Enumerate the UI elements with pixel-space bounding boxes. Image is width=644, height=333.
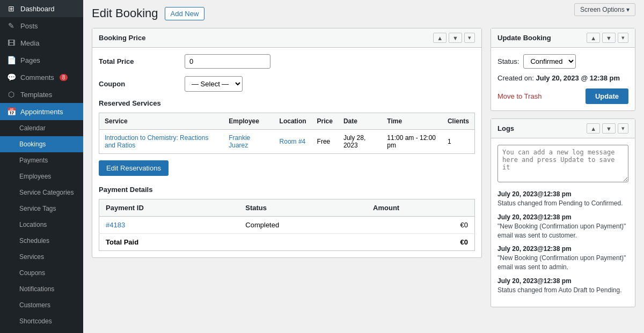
log-entry: July 20, 2023@12:38 pm"New Booking (Conf… <box>497 213 628 240</box>
sidebar-item-coupons[interactable]: Coupons <box>0 265 83 281</box>
sidebar-item-label: Locations <box>19 221 47 228</box>
update-booking-title: Update Booking <box>497 34 551 42</box>
update-booking-header: Update Booking ▲ ▼ ▾ <box>491 28 635 48</box>
status-select[interactable]: Confirmed Pending Canceled Rejected <box>523 54 576 69</box>
metabox-close-button[interactable]: ▾ <box>464 33 475 43</box>
sidebar-item-label: Services <box>19 253 44 261</box>
templates-icon: ⬡ <box>6 90 16 99</box>
sidebar-item-label: Service Tags <box>19 205 56 212</box>
sidebar-item-label: Comments <box>20 73 54 82</box>
logs-up-button[interactable]: ▲ <box>587 123 600 134</box>
comments-icon: 💬 <box>6 73 16 82</box>
sidebar-item-dashboard[interactable]: ⊞ Dashboard <box>0 0 83 17</box>
total-paid-amount: €0 <box>367 234 474 251</box>
total-price-input[interactable] <box>185 54 270 69</box>
sidebar-item-label: Payments <box>19 157 48 164</box>
coupon-label: Coupon <box>99 80 185 88</box>
log-message: Status changed from Auto Draft to Pendin… <box>497 286 621 294</box>
edit-reservations-button[interactable]: Edit Reservations <box>99 160 169 176</box>
sidebar-item-payments[interactable]: Payments <box>0 152 83 168</box>
content-area: Booking Price ▲ ▼ ▾ Total Price Coupon <box>92 28 635 307</box>
reserved-services-table: Service Employee Location Price Date Tim… <box>99 113 475 154</box>
metabox-down-button[interactable]: ▼ <box>449 33 462 43</box>
update-button[interactable]: Update <box>586 88 628 104</box>
col-location: Location <box>274 113 312 130</box>
booking-price-header: Booking Price ▲ ▼ ▾ <box>92 28 481 48</box>
service-row: Introduction to Chemistry: Reactions and… <box>99 130 475 154</box>
log-timestamp: July 20, 2023@12:38 pm <box>497 190 628 198</box>
log-timestamp: July 20, 2023@12:38 pm <box>497 277 628 285</box>
pages-icon: 📄 <box>6 56 16 64</box>
appointments-icon: 📅 <box>6 107 16 116</box>
sidebar-item-pages[interactable]: 📄 Pages <box>0 51 83 69</box>
sidebar-item-label: Calendar <box>19 124 46 132</box>
posts-icon: ✎ <box>6 21 16 30</box>
sidebar-item-posts[interactable]: ✎ Posts <box>0 17 83 34</box>
sidebar: ⊞ Dashboard ✎ Posts 🎞 Media 📄 Pages 💬 Co… <box>0 0 83 333</box>
service-cell: Introduction to Chemistry: Reactions and… <box>99 130 224 154</box>
created-on: Created on: July 20, 2023 @ 12:38 pm <box>497 74 628 82</box>
sidebar-item-notifications[interactable]: Notifications <box>0 281 83 297</box>
payment-row: #4183 Completed €0 <box>99 217 475 234</box>
trash-link[interactable]: Move to Trash <box>497 92 541 100</box>
coupon-select[interactable]: — Select — <box>185 76 243 92</box>
sidebar-item-appointments[interactable]: 📅 Appointments <box>0 103 83 120</box>
sidebar-item-bookings[interactable]: Bookings <box>0 136 83 152</box>
page-header: Edit Booking Add New <box>92 6 635 20</box>
col-amount: Amount <box>367 199 474 217</box>
clients-cell: 1 <box>442 130 475 154</box>
status-row: Status: Confirmed Pending Canceled Rejec… <box>497 54 628 69</box>
col-status: Status <box>239 199 367 217</box>
total-paid-row: Total Paid €0 <box>99 234 475 251</box>
comments-badge: 8 <box>60 74 68 81</box>
sidebar-item-customers[interactable]: Customers <box>0 297 83 313</box>
sidebar-item-services[interactable]: Services <box>0 249 83 265</box>
sidebar-item-media[interactable]: 🎞 Media <box>0 34 83 51</box>
sidebar-item-locations[interactable]: Locations <box>0 217 83 233</box>
update-down-button[interactable]: ▼ <box>602 33 616 43</box>
payment-id-link[interactable]: #4183 <box>106 221 125 229</box>
main-column: Booking Price ▲ ▼ ▾ Total Price Coupon <box>92 28 482 265</box>
employee-cell: Frankie Juarez <box>223 130 274 154</box>
sidebar-item-service-tags[interactable]: Service Tags <box>0 201 83 217</box>
sidebar-item-employees[interactable]: Employees <box>0 168 83 184</box>
metabox-up-button[interactable]: ▲ <box>433 33 447 43</box>
sidebar-item-calendar[interactable]: Calendar <box>0 120 83 136</box>
booking-price-body: Total Price Coupon — Select — Reserved S… <box>92 48 481 257</box>
sidebar-item-shortcodes[interactable]: Shortcodes <box>0 313 83 329</box>
logs-entries: July 20, 2023@12:38 pmStatus changed fro… <box>497 190 628 295</box>
sidebar-item-label: Dashboard <box>20 5 55 13</box>
service-link[interactable]: Introduction to Chemistry: Reactions and… <box>105 134 208 149</box>
log-entry: July 20, 2023@12:38 pmStatus changed fro… <box>497 277 628 295</box>
employee-link[interactable]: Frankie Juarez <box>229 134 250 149</box>
total-price-row: Total Price <box>99 54 475 69</box>
status-label: Status: <box>497 57 519 65</box>
col-employee: Employee <box>223 113 274 130</box>
total-price-label: Total Price <box>99 57 185 65</box>
sidebar-item-label: Bookings <box>19 140 46 148</box>
update-up-button[interactable]: ▲ <box>587 33 600 43</box>
sidebar-item-label: Notifications <box>19 285 54 293</box>
sidebar-item-schedules[interactable]: Schedules <box>0 233 83 249</box>
logs-down-button[interactable]: ▼ <box>602 123 616 134</box>
log-entry: July 20, 2023@12:38 pmStatus changed fro… <box>497 190 628 208</box>
date-cell: July 28, 2023 <box>338 130 382 154</box>
add-new-button[interactable]: Add New <box>165 7 205 20</box>
update-close-button[interactable]: ▾ <box>618 33 628 43</box>
logs-header: Logs ▲ ▼ ▾ <box>491 119 635 138</box>
update-metabox-controls: ▲ ▼ ▾ <box>587 33 628 43</box>
logs-textarea[interactable] <box>497 145 628 182</box>
sidebar-item-label: Appointments <box>20 108 63 116</box>
sidebar-item-service-categories[interactable]: Service Categories <box>0 184 83 201</box>
payment-details-table: Payment ID Status Amount #4183 Completed… <box>99 199 475 251</box>
logs-metabox-controls: ▲ ▼ ▾ <box>587 123 628 134</box>
screen-options-button[interactable]: Screen Options ▾ <box>574 3 635 16</box>
sidebar-item-templates[interactable]: ⬡ Templates <box>0 86 83 103</box>
payment-header-row: Payment ID Status Amount <box>99 199 475 217</box>
location-link[interactable]: Room #4 <box>280 138 306 145</box>
logs-close-button[interactable]: ▾ <box>618 123 628 134</box>
logs-body: July 20, 2023@12:38 pmStatus changed fro… <box>491 138 635 307</box>
sidebar-item-comments[interactable]: 💬 Comments 8 <box>0 69 83 86</box>
payment-details-label: Payment Details <box>99 186 475 194</box>
logs-metabox: Logs ▲ ▼ ▾ July 20, 2023@12:38 pmStatus … <box>491 119 635 307</box>
